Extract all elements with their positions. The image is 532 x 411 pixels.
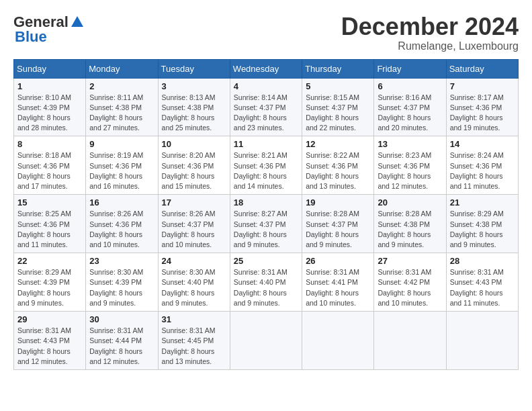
day-info: Sunrise: 8:17 AMSunset: 4:36 PMDaylight:… [450,93,515,134]
calendar-cell: 7 Sunrise: 8:17 AMSunset: 4:36 PMDayligh… [446,78,518,136]
logo: General Blue [13,13,86,46]
day-number: 7 [450,81,515,91]
day-info: Sunrise: 8:16 AMSunset: 4:37 PMDaylight:… [378,93,442,134]
calendar-cell [446,312,518,370]
calendar-cell: 3 Sunrise: 8:13 AMSunset: 4:38 PMDayligh… [158,78,230,136]
day-info: Sunrise: 8:30 AMSunset: 4:40 PMDaylight:… [162,267,226,308]
day-number: 25 [234,256,298,266]
calendar-cell: 2 Sunrise: 8:11 AMSunset: 4:38 PMDayligh… [86,78,158,136]
day-info: Sunrise: 8:19 AMSunset: 4:36 PMDaylight:… [89,150,154,191]
page-header: General Blue December 2024 Rumelange, Lu… [13,13,519,52]
day-number: 19 [306,197,370,208]
calendar-cell: 25 Sunrise: 8:31 AMSunset: 4:40 PMDaylig… [230,253,302,312]
day-number: 15 [17,197,82,208]
calendar-cell: 19 Sunrise: 8:28 AMSunset: 4:37 PMDaylig… [302,195,374,253]
calendar-cell: 29 Sunrise: 8:31 AMSunset: 4:43 PMDaylig… [14,312,86,370]
calendar-cell: 5 Sunrise: 8:15 AMSunset: 4:37 PMDayligh… [302,78,374,136]
day-number: 10 [162,139,226,149]
day-number: 20 [378,197,442,208]
calendar-cell: 11 Sunrise: 8:21 AMSunset: 4:36 PMDaylig… [230,136,302,195]
calendar-week-row: 29 Sunrise: 8:31 AMSunset: 4:43 PMDaylig… [14,312,519,370]
day-number: 8 [17,139,82,149]
calendar-cell [374,312,446,370]
calendar-table: SundayMondayTuesdayWednesdayThursdayFrid… [13,59,519,370]
day-header-saturday: Saturday [446,59,518,78]
day-info: Sunrise: 8:30 AMSunset: 4:39 PMDaylight:… [89,267,154,308]
day-number: 29 [17,314,82,324]
day-info: Sunrise: 8:21 AMSunset: 4:36 PMDaylight:… [234,150,298,191]
calendar-cell: 4 Sunrise: 8:14 AMSunset: 4:37 PMDayligh… [230,78,302,136]
day-info: Sunrise: 8:18 AMSunset: 4:36 PMDaylight:… [17,150,82,191]
calendar-cell: 14 Sunrise: 8:24 AMSunset: 4:36 PMDaylig… [446,136,518,195]
day-info: Sunrise: 8:13 AMSunset: 4:38 PMDaylight:… [162,93,226,134]
calendar-header-row: SundayMondayTuesdayWednesdayThursdayFrid… [14,59,519,78]
day-number: 26 [306,256,370,266]
day-number: 2 [89,81,154,91]
day-info: Sunrise: 8:31 AMSunset: 4:42 PMDaylight:… [378,267,442,308]
calendar-cell: 17 Sunrise: 8:26 AMSunset: 4:37 PMDaylig… [158,195,230,253]
day-info: Sunrise: 8:23 AMSunset: 4:36 PMDaylight:… [378,150,442,191]
calendar-cell: 10 Sunrise: 8:20 AMSunset: 4:36 PMDaylig… [158,136,230,195]
day-number: 24 [162,256,226,266]
day-number: 23 [89,256,154,266]
day-info: Sunrise: 8:31 AMSunset: 4:45 PMDaylight:… [162,326,226,367]
calendar-cell: 31 Sunrise: 8:31 AMSunset: 4:45 PMDaylig… [158,312,230,370]
day-number: 9 [89,139,154,149]
day-info: Sunrise: 8:28 AMSunset: 4:37 PMDaylight:… [306,209,370,250]
calendar-week-row: 8 Sunrise: 8:18 AMSunset: 4:36 PMDayligh… [14,136,519,195]
svg-marker-0 [71,16,83,27]
day-info: Sunrise: 8:29 AMSunset: 4:39 PMDaylight:… [17,267,82,308]
day-number: 28 [450,256,515,266]
calendar-cell: 26 Sunrise: 8:31 AMSunset: 4:41 PMDaylig… [302,253,374,312]
calendar-cell: 24 Sunrise: 8:30 AMSunset: 4:40 PMDaylig… [158,253,230,312]
calendar-cell: 18 Sunrise: 8:27 AMSunset: 4:37 PMDaylig… [230,195,302,253]
day-info: Sunrise: 8:31 AMSunset: 4:43 PMDaylight:… [450,267,515,308]
day-info: Sunrise: 8:22 AMSunset: 4:36 PMDaylight:… [306,150,370,191]
day-info: Sunrise: 8:31 AMSunset: 4:44 PMDaylight:… [89,326,154,367]
calendar-cell: 1 Sunrise: 8:10 AMSunset: 4:39 PMDayligh… [14,78,86,136]
calendar-cell [302,312,374,370]
day-info: Sunrise: 8:26 AMSunset: 4:36 PMDaylight:… [89,209,154,250]
calendar-week-row: 22 Sunrise: 8:29 AMSunset: 4:39 PMDaylig… [14,253,519,312]
day-number: 3 [162,81,226,91]
day-info: Sunrise: 8:31 AMSunset: 4:43 PMDaylight:… [17,326,82,367]
day-number: 5 [306,81,370,91]
calendar-cell: 22 Sunrise: 8:29 AMSunset: 4:39 PMDaylig… [14,253,86,312]
calendar-week-row: 15 Sunrise: 8:25 AMSunset: 4:36 PMDaylig… [14,195,519,253]
calendar-cell: 9 Sunrise: 8:19 AMSunset: 4:36 PMDayligh… [86,136,158,195]
calendar-cell: 23 Sunrise: 8:30 AMSunset: 4:39 PMDaylig… [86,253,158,312]
day-number: 11 [234,139,298,149]
calendar-cell: 8 Sunrise: 8:18 AMSunset: 4:36 PMDayligh… [14,136,86,195]
day-header-thursday: Thursday [302,59,374,78]
calendar-cell: 15 Sunrise: 8:25 AMSunset: 4:36 PMDaylig… [14,195,86,253]
day-number: 13 [378,139,442,149]
calendar-cell: 12 Sunrise: 8:22 AMSunset: 4:36 PMDaylig… [302,136,374,195]
calendar-cell: 20 Sunrise: 8:28 AMSunset: 4:38 PMDaylig… [374,195,446,253]
day-number: 18 [234,197,298,208]
day-info: Sunrise: 8:24 AMSunset: 4:36 PMDaylight:… [450,150,515,191]
calendar-cell: 28 Sunrise: 8:31 AMSunset: 4:43 PMDaylig… [446,253,518,312]
day-header-friday: Friday [374,59,446,78]
day-number: 12 [306,139,370,149]
day-info: Sunrise: 8:31 AMSunset: 4:40 PMDaylight:… [234,267,298,308]
day-info: Sunrise: 8:14 AMSunset: 4:37 PMDaylight:… [234,93,298,134]
day-info: Sunrise: 8:10 AMSunset: 4:39 PMDaylight:… [17,93,82,134]
calendar-cell [230,312,302,370]
calendar-cell: 21 Sunrise: 8:29 AMSunset: 4:38 PMDaylig… [446,195,518,253]
day-info: Sunrise: 8:25 AMSunset: 4:36 PMDaylight:… [17,209,82,250]
calendar-cell: 30 Sunrise: 8:31 AMSunset: 4:44 PMDaylig… [86,312,158,370]
day-number: 14 [450,139,515,149]
day-number: 31 [162,314,226,324]
calendar-week-row: 1 Sunrise: 8:10 AMSunset: 4:39 PMDayligh… [14,78,519,136]
day-info: Sunrise: 8:28 AMSunset: 4:38 PMDaylight:… [378,209,442,250]
logo-blue: Blue [15,28,47,46]
day-number: 30 [89,314,154,324]
day-number: 1 [17,81,82,91]
day-info: Sunrise: 8:15 AMSunset: 4:37 PMDaylight:… [306,93,370,134]
day-header-monday: Monday [86,59,158,78]
title-area: December 2024 Rumelange, Luxembourg [341,13,519,52]
day-info: Sunrise: 8:27 AMSunset: 4:37 PMDaylight:… [234,209,298,250]
calendar-cell: 27 Sunrise: 8:31 AMSunset: 4:42 PMDaylig… [374,253,446,312]
calendar-cell: 6 Sunrise: 8:16 AMSunset: 4:37 PMDayligh… [374,78,446,136]
day-info: Sunrise: 8:20 AMSunset: 4:36 PMDaylight:… [162,150,226,191]
